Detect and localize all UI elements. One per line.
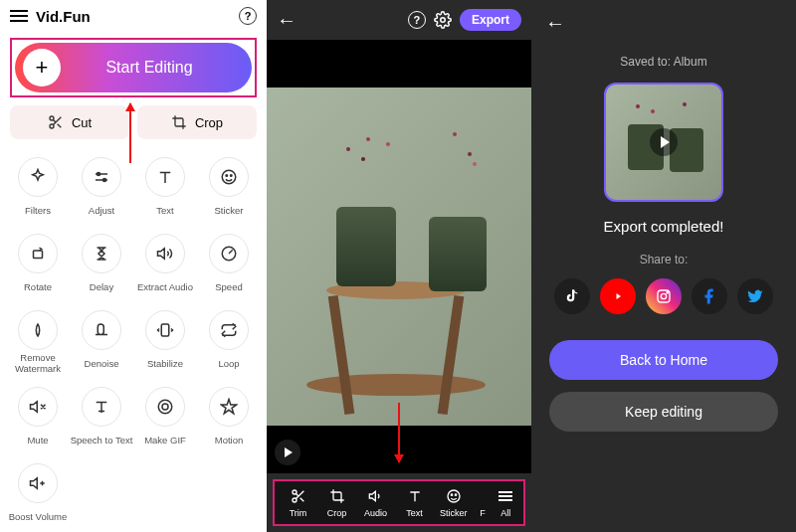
svg-point-5: [226, 175, 228, 177]
svg-point-2: [98, 173, 100, 176]
tool-boost-volume[interactable]: Boost Volume: [6, 459, 70, 532]
toolbar-f[interactable]: F: [473, 487, 493, 518]
toolbar-sticker[interactable]: Sticker: [434, 487, 473, 518]
toolbar-all[interactable]: All: [493, 487, 519, 518]
svg-point-17: [455, 494, 456, 495]
app-title: Vid.Fun: [36, 8, 239, 25]
menu-icon[interactable]: [10, 10, 28, 22]
tool-extract-audio[interactable]: Extract Audio: [133, 230, 197, 302]
svg-point-16: [451, 494, 452, 495]
keep-editing-button[interactable]: Keep editing: [549, 392, 778, 432]
svg-point-14: [293, 498, 297, 502]
sticker-icon: [446, 488, 462, 504]
start-editing-label: Start Editing: [67, 59, 252, 77]
extract-audio-icon: [156, 245, 174, 263]
text-icon: [407, 488, 423, 504]
audio-icon: [368, 488, 384, 504]
tool-mute[interactable]: Mute: [6, 383, 70, 455]
svg-point-19: [661, 293, 666, 298]
tool-speed[interactable]: Speed: [197, 230, 261, 302]
share-instagram[interactable]: [646, 278, 682, 314]
share-tiktok[interactable]: [554, 278, 590, 314]
sticker-icon: [220, 168, 238, 186]
svg-point-15: [448, 490, 460, 502]
tool-motion[interactable]: Motion: [197, 383, 261, 455]
settings-icon[interactable]: [434, 11, 452, 29]
start-editing-highlight: + Start Editing: [10, 38, 257, 97]
export-panel: ← Saved to: Album Export completed! Shar…: [531, 0, 796, 532]
filters-icon: [29, 168, 47, 186]
toolbar-crop[interactable]: Crop: [317, 487, 356, 518]
help-icon[interactable]: ?: [408, 11, 426, 29]
gif-icon: [156, 398, 174, 416]
svg-point-20: [667, 292, 668, 293]
tool-rotate[interactable]: Rotate: [6, 230, 70, 302]
facebook-icon: [700, 287, 718, 305]
home-panel: Vid.Fun ? + Start Editing Cut Crop Filte…: [0, 0, 267, 532]
tool-speech-to-text[interactable]: Speech to Text: [70, 383, 133, 455]
back-icon[interactable]: ←: [277, 9, 297, 32]
svg-rect-9: [161, 324, 169, 336]
instagram-icon: [656, 288, 672, 304]
svg-point-4: [222, 170, 236, 184]
toolbar-trim[interactable]: Trim: [279, 487, 317, 518]
toolbar-audio[interactable]: Audio: [356, 487, 395, 518]
youtube-icon: [609, 287, 627, 305]
tool-sticker[interactable]: Sticker: [197, 153, 261, 226]
tool-remove-watermark[interactable]: Remove Watermark: [6, 306, 70, 379]
twitter-icon: [746, 287, 764, 305]
social-row: [554, 278, 773, 314]
export-completed-label: Export completed!: [604, 218, 724, 235]
tool-filters[interactable]: Filters: [6, 153, 70, 226]
remove-watermark-icon: [29, 321, 47, 339]
stabilize-icon: [156, 321, 174, 339]
share-facebook[interactable]: [692, 278, 727, 314]
tool-denoise[interactable]: Denoise: [70, 306, 133, 379]
export-button[interactable]: Export: [460, 9, 521, 31]
mute-icon: [29, 398, 47, 416]
svg-point-6: [231, 175, 233, 177]
crop-icon: [171, 114, 187, 130]
tiktok-icon: [563, 287, 581, 305]
tool-stabilize[interactable]: Stabilize: [133, 306, 197, 379]
saved-to-label: Saved to: Album: [620, 55, 706, 69]
editor-header: ← ? Export: [267, 0, 531, 40]
editor-toolbar-highlight: Trim Crop Audio Text Sticker F All: [273, 479, 525, 526]
adjust-icon: [93, 168, 110, 186]
back-icon[interactable]: ←: [545, 12, 565, 35]
help-icon[interactable]: ?: [239, 7, 257, 25]
annotation-arrow-down: [398, 403, 400, 462]
svg-rect-7: [34, 251, 43, 259]
tool-make-gif[interactable]: Make GIF: [133, 383, 197, 455]
share-youtube[interactable]: [600, 278, 636, 314]
rotate-icon: [29, 245, 47, 263]
preview-frame: [267, 88, 531, 426]
speech-to-text-icon: [93, 398, 110, 416]
svg-point-11: [162, 404, 168, 410]
svg-point-10: [158, 400, 172, 414]
motion-icon: [220, 398, 238, 416]
svg-point-0: [50, 116, 54, 120]
text-icon: [156, 168, 174, 186]
toolbar-text[interactable]: Text: [395, 487, 434, 518]
share-to-label: Share to:: [640, 253, 689, 266]
svg-point-12: [441, 18, 446, 23]
boost-volume-icon: [29, 474, 47, 492]
start-editing-button[interactable]: + Start Editing: [15, 43, 252, 92]
play-icon: [650, 128, 678, 156]
plus-icon: +: [23, 49, 61, 87]
scissors-icon: [48, 114, 64, 130]
loop-icon: [220, 321, 238, 339]
share-twitter[interactable]: [737, 278, 773, 314]
crop-button[interactable]: Crop: [137, 105, 257, 139]
export-thumbnail[interactable]: [604, 83, 723, 202]
play-button[interactable]: [275, 440, 300, 465]
cut-button[interactable]: Cut: [10, 105, 129, 139]
tool-text[interactable]: Text: [133, 153, 197, 226]
back-to-home-button[interactable]: Back to Home: [549, 340, 778, 380]
tool-adjust[interactable]: Adjust: [70, 153, 133, 226]
tool-loop[interactable]: Loop: [197, 306, 261, 379]
crop-icon: [329, 488, 345, 504]
tool-delay[interactable]: Delay: [70, 230, 133, 302]
scissors-icon: [291, 488, 306, 504]
